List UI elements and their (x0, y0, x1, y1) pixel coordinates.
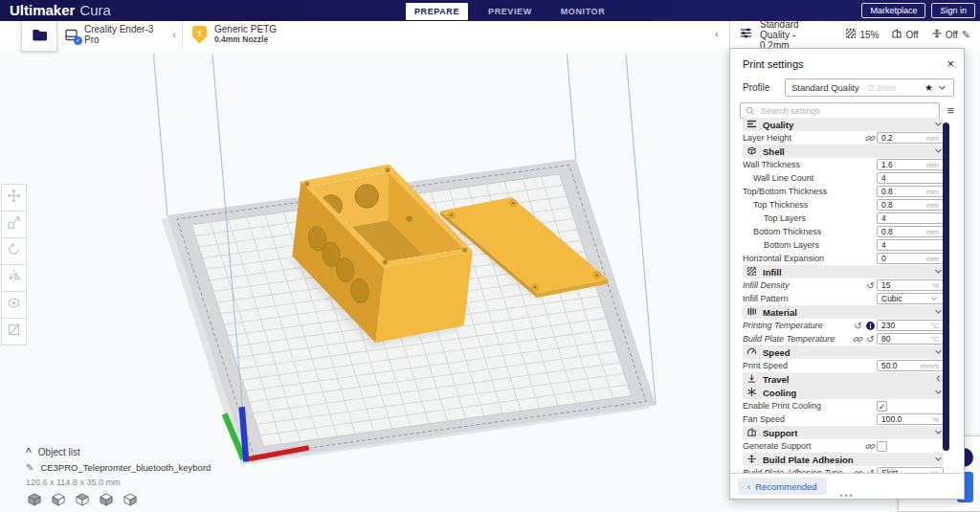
link-icon[interactable] (852, 334, 864, 345)
object-list-overlay: ^ Object list ✎ CE3PRO_Telepromter_bluet… (26, 447, 211, 508)
brand-light: Cura (79, 2, 111, 18)
tab-monitor[interactable]: MONITOR (552, 3, 614, 20)
tab-prepare[interactable]: PREPARE (406, 3, 468, 20)
tool-per-model-settings[interactable] (1, 291, 27, 319)
topbar-buttons: Marketplace Sign in (861, 3, 975, 18)
section-support[interactable]: Support (743, 426, 944, 439)
support-blocker-icon (7, 323, 21, 341)
view-top-icon (75, 492, 90, 510)
marketplace-button[interactable]: Marketplace (861, 3, 925, 18)
input-horizontal-expansion[interactable] (881, 254, 924, 263)
input-infill-density[interactable] (881, 280, 929, 290)
support-icon (891, 28, 902, 41)
tool-scale[interactable] (1, 211, 27, 238)
object-list-toggle[interactable]: ^ Object list (26, 447, 211, 457)
mirror-icon (7, 269, 21, 287)
profile-dropdown[interactable]: Standard Quality - 0.2mm ★ (785, 78, 954, 97)
view-3d-button[interactable] (26, 493, 42, 508)
chevron-left-icon: ‹ (747, 481, 750, 492)
input-printing-temperature[interactable] (881, 321, 927, 330)
section-shell[interactable]: Shell (743, 145, 944, 158)
reset-icon[interactable]: ↺ (864, 280, 877, 291)
setting-row-printing-temperature: Printing Temperature↺°C (743, 319, 944, 332)
value-box: mm (877, 186, 944, 197)
view-3d-icon (27, 492, 42, 510)
search-icon (746, 102, 755, 120)
setting-row-horizontal-expansion: Horizontal Expansionmm (743, 252, 944, 265)
stage-tabs: PREPAREPREVIEWMONITOR (406, 3, 613, 19)
settings-visibility-icon[interactable]: ≡ (947, 103, 954, 118)
printer-icon: ✓ (64, 28, 78, 41)
caret-up-icon: ^ (26, 447, 32, 457)
material-info: Generic PETG 0.4mm Nozzle (214, 24, 277, 44)
checkbox-enable-print-cooling[interactable] (877, 401, 887, 412)
printer-connected-badge: ✓ (74, 36, 82, 45)
input-top-bottom-thickness[interactable] (881, 187, 924, 196)
material-selector[interactable]: 1 Generic PETG 0.4mm Nozzle (183, 21, 277, 48)
setting-row-bottom-thickness: Bottom Thicknessmm (743, 225, 944, 238)
input-top-layers[interactable] (881, 213, 939, 223)
collapse-print-setup-icon[interactable]: ‹ (715, 28, 719, 39)
section-travel[interactable]: Travel (743, 372, 944, 386)
settings-list: QualityLayer HeightmmShellWall Thickness… (730, 118, 964, 474)
summary-infill: 15% (845, 28, 879, 41)
input-layer-height[interactable] (881, 133, 924, 143)
cooling-icon (746, 384, 757, 401)
info-icon[interactable] (864, 321, 877, 331)
cura-window: UltimakerCura PREPAREPREVIEWMONITOR Mark… (0, 0, 980, 512)
input-wall-thickness[interactable] (881, 160, 924, 169)
input-bottom-thickness[interactable] (881, 227, 924, 236)
printer-selector[interactable]: ✓ Creality Ender-3 Pro ‹ (56, 21, 183, 48)
tool-rotate[interactable] (1, 237, 27, 265)
star-icon[interactable]: ★ (924, 82, 933, 93)
search-box[interactable] (740, 102, 940, 119)
tab-preview[interactable]: PREVIEW (479, 3, 541, 20)
tool-support-blocker[interactable] (1, 318, 27, 345)
link-icon[interactable] (864, 441, 877, 452)
close-icon[interactable]: × (947, 58, 954, 70)
value-box (877, 239, 944, 251)
view-top-button[interactable] (74, 493, 90, 508)
input-wall-line-count[interactable] (881, 173, 939, 183)
chevron-down-icon (937, 79, 947, 97)
link-icon[interactable] (864, 133, 877, 144)
settings-scrollbar[interactable] (943, 122, 949, 451)
input-bottom-layers[interactable] (881, 240, 939, 250)
summary-profile: Standard Quality - 0.2mm (760, 19, 827, 51)
panel-resize-handle[interactable]: ••• (839, 491, 854, 501)
section-infill[interactable]: Infill (743, 265, 944, 278)
view-front-icon (51, 492, 66, 510)
speed-icon (746, 344, 757, 361)
reset-icon[interactable]: ↺ (852, 321, 864, 331)
setting-row-enable-print-cooling: Enable Print Cooling (743, 399, 944, 412)
panel-footer: ‹ Recommended ••• (730, 473, 964, 499)
section-material[interactable]: Material (743, 305, 944, 319)
tool-mirror[interactable] (1, 264, 27, 292)
input-build-plate-temperature[interactable] (881, 334, 927, 344)
section-cooling[interactable]: Cooling (743, 386, 944, 399)
checkbox-generate-support[interactable] (877, 441, 887, 452)
rotate-icon (7, 242, 21, 260)
view-front-button[interactable] (50, 493, 66, 508)
support-icon (746, 424, 757, 441)
input-print-speed[interactable] (881, 361, 917, 370)
open-file-button[interactable] (21, 21, 57, 52)
section-build-plate-adhesion[interactable]: Build Plate Adhesion (743, 453, 944, 466)
sign-in-button[interactable]: Sign in (931, 3, 975, 18)
model-filename-row[interactable]: ✎ CE3PRO_Telepromter_bluetooth_keybord (26, 462, 211, 473)
quality-icon (746, 118, 757, 133)
value-box: mm (877, 199, 944, 211)
input-top-thickness[interactable] (881, 200, 924, 210)
view-left-button[interactable] (98, 493, 114, 508)
search-input[interactable] (759, 105, 934, 117)
recommended-button[interactable]: ‹ Recommended (738, 478, 827, 495)
tool-move[interactable] (1, 184, 27, 211)
value-box: °C (877, 320, 944, 331)
input-fan-speed[interactable] (881, 414, 929, 424)
print-setup-summary[interactable]: Standard Quality - 0.2mm 15% Off Off ✎ (729, 21, 980, 48)
setting-row-top-bottom-thickness: Top/Bottom Thicknessmm (743, 185, 944, 198)
section-quality[interactable]: Quality (743, 118, 944, 131)
reset-icon[interactable]: ↺ (864, 334, 877, 345)
section-speed[interactable]: Speed (743, 345, 944, 359)
view-right-button[interactable] (122, 493, 138, 508)
